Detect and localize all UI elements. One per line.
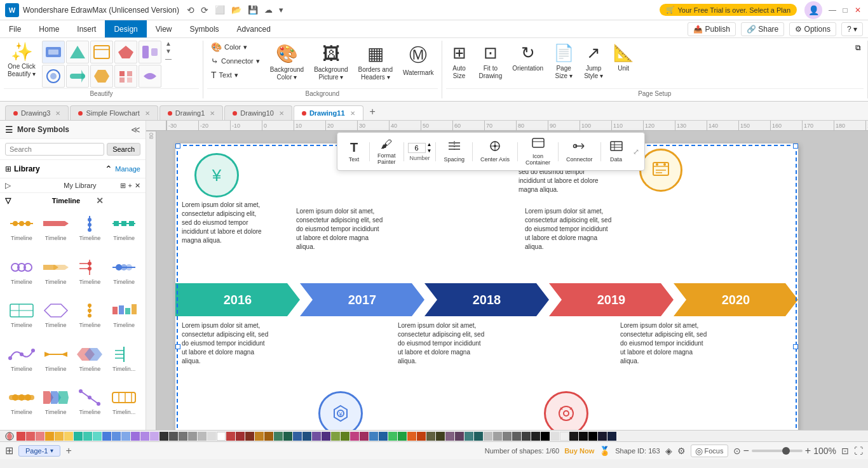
swatch-48[interactable] [465,432,473,441]
cloud-btn[interactable]: ☁ [262,4,275,16]
redo-btn[interactable]: ⟳ [198,4,211,17]
tab-drawing11[interactable]: Drawing11 ✕ [294,105,363,120]
borders-btn[interactable]: ▦ Borders andHeaders ▾ [355,41,397,84]
timeline-shape-12[interactable]: Timeline [107,298,140,340]
ft-expand-btn[interactable]: ⤢ [633,147,639,156]
ft-format-painter-btn[interactable]: 🖌 FormatPainter [374,136,400,167]
ft-data-btn[interactable]: Data [605,138,628,164]
resize-handle-tr[interactable] [793,144,798,149]
circle-icon-blue[interactable]: ¥ [318,391,363,430]
fullscreen-btn[interactable]: ⛶ [854,446,863,456]
swatch-5[interactable] [55,432,64,441]
arrow-2018[interactable]: 2018 [424,283,549,316]
timeline-shape-10[interactable]: Timeline [39,298,72,340]
swatch-41[interactable] [398,432,407,441]
timeline-shape-4[interactable]: Timeline [107,211,140,253]
minimize-btn[interactable]: — [827,5,837,15]
focus-btn[interactable]: ◎ Focus [691,445,728,457]
timeline-shape-3[interactable]: Timeline [74,211,107,253]
swatch-32[interactable] [312,432,321,441]
swatch-54[interactable] [522,432,531,441]
menu-file[interactable]: File [0,20,30,37]
add-item-btn[interactable]: + [128,182,132,190]
arrow-2016[interactable]: 2016 [175,283,300,316]
swatch-29[interactable] [283,432,292,441]
swatch-47[interactable] [455,432,464,441]
timeline-close-btn[interactable]: ✕ [96,196,140,206]
timeline-shape-11[interactable]: Timeline [74,298,107,340]
swatch-56[interactable] [541,432,550,441]
timeline-shape-6[interactable]: Timeline [39,255,72,297]
page-tab[interactable]: Page-1 ▾ [18,445,60,457]
circle-icon-teal[interactable]: ¥ [194,153,239,197]
swatch-35[interactable] [341,432,349,441]
tab-close-2[interactable]: ✕ [145,110,150,117]
swatch-57[interactable] [550,432,559,441]
swatch-39[interactable] [379,432,388,441]
ft-number-up[interactable]: ▲ [427,142,432,148]
swatch-7[interactable] [74,432,83,441]
jump-style-btn[interactable]: ↗ JumpStyle ▾ [580,41,607,83]
swatch-6[interactable] [64,432,73,441]
tab-close-5[interactable]: ✕ [350,110,355,117]
menu-symbols[interactable]: Symbols [181,20,228,37]
swatch-49[interactable] [474,432,483,441]
timeline-shape-17[interactable]: Timeline [5,385,38,427]
circle-above-2016[interactable]: ¥ [194,153,239,197]
orientation-btn[interactable]: ↻ Orientation [508,41,547,75]
tab-drawing3[interactable]: Drawing3 ✕ [5,105,69,120]
search-input[interactable] [5,143,104,156]
swatch-37[interactable] [360,432,369,441]
swatch-10[interactable] [102,432,111,441]
trial-banner[interactable]: 🛒 Your Free Trial is over. Select a Plan [660,4,797,16]
watermark-btn[interactable]: Ⓜ Watermark [399,41,438,79]
swatch-black-2[interactable] [579,432,588,441]
swatch-40[interactable] [388,432,397,441]
swatch-1[interactable] [17,432,25,441]
tab-simple-flowchart[interactable]: Simple Flowchart ✕ [70,105,158,120]
swatch-17[interactable] [169,432,178,441]
swatch-51[interactable] [493,432,502,441]
swatch-52[interactable] [503,432,512,441]
ft-connector-btn[interactable]: Connector [562,138,597,164]
swatch-dark-1[interactable] [598,432,607,441]
swatch-9[interactable] [93,432,102,441]
shape-5[interactable] [139,41,161,64]
timeline-shape-9[interactable]: Timeline [5,298,38,340]
timeline-shape-15[interactable]: Timeline [74,342,107,384]
tab-close-4[interactable]: ✕ [279,110,284,117]
circle-icon-yellow[interactable] [639,149,682,192]
tab-drawing1[interactable]: Drawing1 ✕ [159,105,223,120]
swatch-43[interactable] [417,432,426,441]
ft-spacing-btn[interactable]: Spacing [440,138,468,164]
search-btn[interactable]: Search [107,143,140,156]
zoom-handle[interactable] [782,447,790,455]
swatch-21[interactable] [207,432,216,441]
swatch-2[interactable] [26,432,35,441]
shape-6[interactable] [42,65,65,88]
ft-text-btn[interactable]: T Text [342,138,365,164]
canvas-scroll-area[interactable]: ¥ Lorem ipsum dolor sit amet, consectetu… [156,131,868,430]
swatch-15[interactable] [150,432,159,441]
arrow-2017[interactable]: 2017 [300,283,424,316]
circle-below-2019[interactable] [544,391,588,430]
swatch-26[interactable] [255,432,264,441]
timeline-shape-14[interactable]: Timeline [39,342,72,384]
page-setup-expand[interactable]: ⧉ [853,41,864,55]
resize-handle-mr[interactable] [793,344,798,349]
swatch-38[interactable] [369,432,378,441]
swatch-30[interactable] [293,432,302,441]
avatar[interactable]: 👤 [804,1,822,19]
swatch-22[interactable] [217,432,226,441]
one-click-beautify-btn[interactable]: ✨ One ClickBeautify ▾ [4,41,39,81]
bg-picture-btn[interactable]: 🖼 BackgroundPicture ▾ [310,41,351,84]
remove-lib-btn[interactable]: ✕ [135,182,140,190]
circle-below-2017[interactable]: ¥ [318,391,363,430]
menu-home[interactable]: Home [30,20,68,37]
settings-icon[interactable]: ⚙ [677,446,686,456]
scroll-more[interactable]: — [165,56,172,62]
swatch-55[interactable] [531,432,540,441]
resize-handle-tl[interactable] [175,144,180,149]
swatch-black-3[interactable] [588,432,597,441]
swatch-53[interactable] [512,432,521,441]
